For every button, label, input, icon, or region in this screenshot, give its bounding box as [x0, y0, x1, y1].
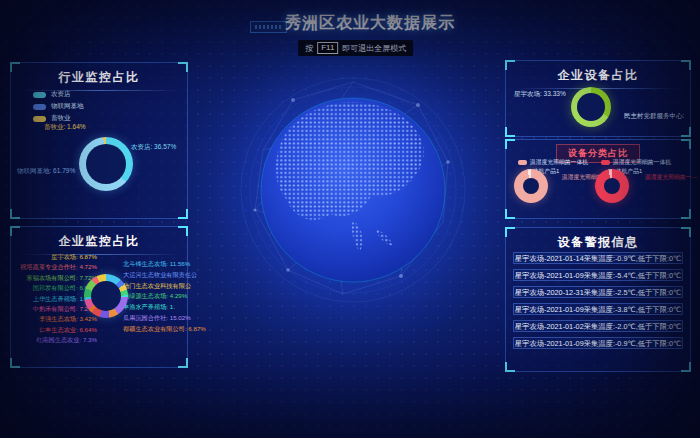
enterprise-label: 瓜果沉园合作社: 15.02%: [123, 313, 206, 324]
fullscreen-hint: 按 F11 即可退出全屏模式: [298, 40, 413, 56]
industry-label-store: 农资店: 36.57%: [131, 143, 176, 152]
alert-row[interactable]: 星宇农场-2020-12-31采集温度:-2.5℃,低于下限:0℃: [513, 286, 683, 298]
legend-swatch: [33, 116, 46, 122]
enterprise-label: 李强生态农场: 3.42%: [39, 314, 97, 324]
enterprise-label: 陆门生态农业科技有限公: [123, 281, 206, 292]
legend-swatch: [33, 104, 46, 110]
legend-label: 温湿度光照细菌一体机: [530, 158, 588, 167]
panel-device-ratio-title: 企业设备占比: [506, 67, 690, 84]
hint-prefix: 按: [305, 43, 313, 54]
category-donut-left[interactable]: [514, 169, 548, 203]
globe-visualization: [233, 70, 473, 310]
category-legend-left[interactable]: 温湿度光照细菌一体机: [518, 158, 588, 167]
panel-device-alerts: 设备警报信息 星宇农场-2021-01-14采集温度:-0.9℃,低于下限:0℃…: [505, 227, 691, 372]
alert-row[interactable]: 星宇农场-2021-01-09采集温度:-5.4℃,低于下限:0℃: [513, 269, 683, 281]
category-donut-right[interactable]: [595, 169, 629, 203]
panel-device-ratio: 企业设备占比 星宇农场: 33.33% 民主村党群服务中心:: [505, 60, 691, 137]
legend-item[interactable]: 畜牧业: [33, 114, 84, 123]
panel-enterprise-title: 企业监控占比: [11, 233, 187, 250]
device-ratio-label-left: 星宇农场: 33.33%: [514, 90, 566, 99]
panel-device-category: 设备分类占比 温湿度光照细菌一体机 温湿度光照细菌一体机 一体机产品1 一体机产…: [505, 139, 691, 219]
industry-label-livestock: 畜牧业: 1.64%: [44, 123, 86, 132]
enterprise-label: 丰渔水产养殖场: 1.: [123, 302, 206, 313]
alert-row[interactable]: 星宇农场-2021-01-14采集温度:-0.9℃,低于下限:0℃: [513, 252, 683, 264]
panel-industry-title: 行业监控占比: [11, 69, 187, 86]
enterprise-label: 家福农场有限公司: 7.72%: [27, 273, 97, 283]
page-title: 秀洲区农业大数据展示: [0, 13, 700, 34]
legend-item[interactable]: 物联网基地: [33, 102, 84, 111]
legend-item[interactable]: 农资店: [33, 90, 84, 99]
enterprise-donut-chart[interactable]: [84, 274, 128, 318]
legend-swatch: [601, 160, 610, 165]
enterprise-label: 仁丰生态农业: 6.64%: [39, 325, 97, 335]
panel-industry-ratio: 行业监控占比 农资店 物联网基地 畜牧业 畜牧业: 1.64%: [10, 62, 188, 219]
enterprise-label: 红南园生态农业: 7.3%: [36, 335, 97, 345]
legend-label: 温湿度光照细菌一体机: [613, 158, 671, 167]
legend-swatch: [33, 92, 46, 98]
alert-row[interactable]: 星宇农场-2021-01-02采集温度:-2.0℃,低于下限:0℃: [513, 320, 683, 332]
enterprise-label: 星宇农场: 6.87%: [51, 252, 97, 262]
panel-enterprise-ratio: 企业监控占比 星宇农场: 6.87% 祝塔蔬菜专业合作社: 4.72% 家福农场…: [10, 226, 188, 368]
dashboard-root: 秀洲区农业大数据展示 按 F11 即可退出全屏模式 行业监控占比 农资店 物联网…: [0, 0, 700, 438]
legend-label: 农资店: [51, 90, 71, 99]
enterprise-label: 大运河生态牧业有限责任公: [123, 270, 206, 281]
enterprise-label: 都颖生态农业有限公司: 6.87%: [123, 324, 206, 335]
device-ratio-donut-chart[interactable]: [571, 87, 611, 127]
enterprise-labels-right: 北斗锋生态农场: 11.56% 大运河生态牧业有限责任公 陆门生态农业科技有限公…: [123, 259, 206, 335]
category-legend-right[interactable]: 温湿度光照细菌一体机: [601, 158, 671, 167]
device-ratio-label-right: 民主村党群服务中心:: [624, 112, 684, 121]
legend-label: 畜牧业: [51, 114, 71, 123]
enterprise-label: 鸭绿源生态农场: 4.29%: [123, 291, 206, 302]
legend-label: 物联网基地: [51, 102, 84, 111]
panel-alerts-title: 设备警报信息: [506, 234, 690, 251]
alert-row[interactable]: 星宇农场-2021-01-09采集温度:-0.9℃,低于下限:0℃: [513, 337, 683, 349]
alert-row[interactable]: 星宇农场-2021-01-09采集温度:-3.8℃,低于下限:0℃: [513, 303, 683, 315]
category-side-label-right: 温湿度光照细菌一—: [645, 173, 697, 182]
enterprise-label: 北斗锋生态农场: 11.56%: [123, 259, 206, 270]
f11-key-badge: F11: [317, 42, 338, 54]
alerts-list: 星宇农场-2021-01-14采集温度:-0.9℃,低于下限:0℃ 星宇农场-2…: [513, 252, 683, 349]
industry-legend: 农资店 物联网基地 畜牧业: [33, 90, 84, 123]
hint-suffix: 即可退出全屏模式: [342, 43, 406, 54]
legend-swatch: [518, 160, 527, 165]
enterprise-label: 祝塔蔬菜专业合作社: 4.72%: [20, 262, 97, 272]
industry-donut-chart[interactable]: [79, 137, 133, 191]
industry-label-iot: 物联网基地: 61.79%: [17, 167, 75, 176]
